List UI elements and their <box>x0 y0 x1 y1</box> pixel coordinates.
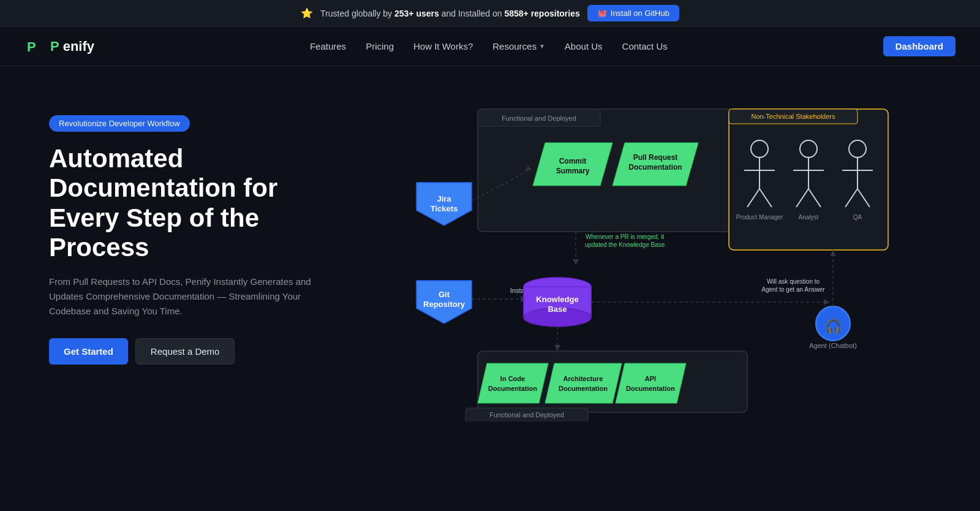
svg-text:Jira: Jira <box>437 194 451 203</box>
nav-features[interactable]: Features <box>310 41 346 51</box>
svg-text:Agent to get an Answer: Agent to get an Answer <box>761 286 825 293</box>
logo[interactable]: P Penify <box>24 36 94 58</box>
top-banner: ⭐ Trusted globally by 253+ users and Ins… <box>0 0 980 27</box>
dashboard-button[interactable]: Dashboard <box>883 36 956 56</box>
nav-links: Features Pricing How It Works? Resources… <box>310 41 668 52</box>
svg-text:API: API <box>645 375 656 382</box>
svg-text:Agent (Chatbot): Agent (Chatbot) <box>809 342 857 349</box>
svg-text:In Code: In Code <box>500 375 525 382</box>
svg-text:Functional and Deployed: Functional and Deployed <box>502 115 576 122</box>
hero-subtitle: From Pull Requests to API Docs, Penify I… <box>49 274 343 319</box>
hero-title: Automated Documentation for Every Step o… <box>49 144 343 262</box>
svg-rect-2 <box>478 109 747 232</box>
nav-pricing[interactable]: Pricing <box>366 41 394 51</box>
svg-marker-41 <box>545 363 622 403</box>
svg-text:Knowledge: Knowledge <box>536 295 578 304</box>
svg-text:Will ask question to: Will ask question to <box>767 278 820 285</box>
chevron-down-icon: ▼ <box>539 43 545 50</box>
svg-marker-76 <box>830 250 836 256</box>
svg-text:Whenever a PR is merged, it: Whenever a PR is merged, it <box>586 233 664 240</box>
nav-resources[interactable]: Resources ▼ <box>492 41 545 51</box>
svg-text:Documentation: Documentation <box>626 385 675 392</box>
logo-name: enify <box>63 39 94 55</box>
svg-text:Documentation: Documentation <box>628 163 682 172</box>
svg-text:Architecture: Architecture <box>564 375 603 382</box>
svg-text:Non-Technical Stakeholders: Non-Technical Stakeholders <box>752 113 835 120</box>
svg-text:Functional and Deployed: Functional and Deployed <box>489 411 564 418</box>
hero-badge: Revolutionize Developer Workflow <box>49 115 190 132</box>
svg-text:Commit: Commit <box>559 157 587 165</box>
svg-text:🎧: 🎧 <box>825 318 842 335</box>
svg-text:updated the Knowledge Base: updated the Knowledge Base <box>585 241 665 248</box>
svg-marker-17 <box>573 259 579 265</box>
svg-text:Git: Git <box>439 290 450 299</box>
request-demo-button[interactable]: Request a Demo <box>135 338 235 365</box>
hero-buttons: Get Started Request a Demo <box>49 338 343 365</box>
star-icon: ⭐ <box>301 7 313 19</box>
svg-text:Pull Request: Pull Request <box>633 153 678 162</box>
nav-how-it-works[interactable]: How It Works? <box>413 41 473 51</box>
diagram-svg: Functional and Deployed Commit Summary P… <box>368 103 931 422</box>
install-github-button[interactable]: 🐙 Install on GitHub <box>587 5 679 21</box>
main-nav: P Penify Features Pricing How It Works? … <box>0 27 980 66</box>
svg-text:Tickets: Tickets <box>431 204 458 213</box>
hero-diagram: Functional and Deployed Commit Summary P… <box>368 103 931 424</box>
nav-contact[interactable]: Contact Us <box>622 41 668 51</box>
svg-marker-34 <box>554 345 560 351</box>
banner-text: Trusted globally by 253+ users and Insta… <box>320 9 580 18</box>
svg-text:Product Manager: Product Manager <box>736 214 783 221</box>
svg-text:Documentation: Documentation <box>559 385 608 392</box>
svg-marker-44 <box>616 363 686 403</box>
svg-text:P: P <box>27 39 36 55</box>
svg-text:QA: QA <box>853 214 862 221</box>
nav-about[interactable]: About Us <box>565 41 603 51</box>
github-icon: 🐙 <box>597 9 607 18</box>
svg-text:Repository: Repository <box>423 300 466 309</box>
svg-text:Analyst: Analyst <box>799 214 819 221</box>
hero-left: Revolutionize Developer Workflow Automat… <box>49 103 343 365</box>
svg-text:Summary: Summary <box>556 167 590 175</box>
svg-text:Base: Base <box>548 305 567 314</box>
hero-section: Revolutionize Developer Workflow Automat… <box>0 66 980 449</box>
get-started-button[interactable]: Get Started <box>49 338 128 365</box>
logo-p: P <box>50 39 59 55</box>
svg-marker-69 <box>824 299 830 305</box>
svg-marker-38 <box>478 363 548 403</box>
svg-text:Documentation: Documentation <box>488 385 537 392</box>
